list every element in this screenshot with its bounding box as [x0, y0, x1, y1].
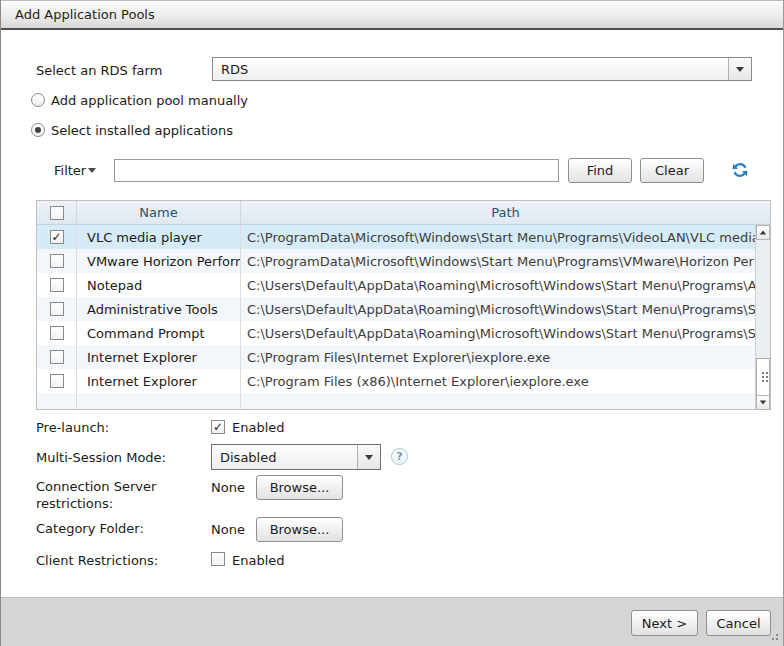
- applications-table: Name Path ✓ VLC media player C:\ProgramD…: [36, 200, 771, 410]
- dialog-footer: Next > Cancel: [1, 597, 784, 646]
- vertical-scrollbar[interactable]: [755, 225, 770, 410]
- find-button[interactable]: Find: [568, 158, 632, 183]
- app-path-cell: C:\Users\Default\AppData\Roaming\Microso…: [241, 273, 770, 297]
- connection-browse-button[interactable]: Browse...: [256, 475, 343, 500]
- chevron-down-icon[interactable]: [728, 58, 751, 80]
- rds-farm-label: Select an RDS farm: [36, 63, 162, 78]
- app-name-cell: Command Prompt: [77, 321, 241, 345]
- connection-restrictions-label: Connection Server restrictions:: [36, 478, 191, 512]
- radio-add-manually[interactable]: [31, 93, 45, 107]
- resize-grip-icon[interactable]: [770, 632, 778, 640]
- app-path-cell: C:\Program Files\Internet Explorer\iexpl…: [241, 345, 770, 369]
- client-restrictions-checkbox[interactable]: [211, 552, 225, 566]
- select-all-checkbox[interactable]: [50, 206, 64, 220]
- scroll-up-icon[interactable]: [756, 225, 770, 240]
- category-folder-value: None: [211, 522, 245, 537]
- radio-select-installed-label[interactable]: Select installed applications: [51, 123, 233, 138]
- chevron-down-icon[interactable]: [357, 445, 380, 469]
- multisession-selected-value: Disabled: [212, 445, 357, 469]
- row-checkbox[interactable]: ✓: [50, 230, 64, 244]
- table-row-empty: [37, 393, 770, 409]
- app-name-cell: Administrative Tools: [77, 297, 241, 321]
- prelaunch-checkbox[interactable]: ✓: [211, 420, 225, 434]
- help-icon[interactable]: ?: [391, 448, 408, 465]
- dialog-title: Add Application Pools: [1, 0, 784, 30]
- app-name-cell: VLC media player: [77, 225, 241, 249]
- rds-farm-selected-value: RDS: [213, 58, 728, 80]
- table-row[interactable]: Internet Explorer C:\Program Files\Inter…: [37, 345, 770, 369]
- app-name-cell: Notepad: [77, 273, 241, 297]
- table-row[interactable]: Administrative Tools C:\Users\Default\Ap…: [37, 297, 770, 321]
- category-folder-label: Category Folder:: [36, 521, 144, 536]
- app-name-cell: Internet Explorer: [77, 345, 241, 369]
- table-row[interactable]: VMware Horizon Perform C:\ProgramData\Mi…: [37, 249, 770, 273]
- table-row[interactable]: ✓ VLC media player C:\ProgramData\Micros…: [37, 225, 770, 249]
- column-header-path[interactable]: Path: [241, 201, 770, 224]
- app-path-cell: C:\Program Files (x86)\Internet Explorer…: [241, 369, 770, 393]
- radio-add-manually-label[interactable]: Add application pool manually: [51, 93, 248, 108]
- cancel-button[interactable]: Cancel: [706, 610, 771, 636]
- connection-restrictions-value: None: [211, 480, 245, 495]
- table-body: ✓ VLC media player C:\ProgramData\Micros…: [37, 225, 770, 409]
- row-checkbox[interactable]: [50, 254, 64, 268]
- refresh-icon[interactable]: [731, 161, 749, 179]
- client-restrictions-label: Client Restrictions:: [36, 553, 158, 568]
- row-checkbox[interactable]: [50, 302, 64, 316]
- multisession-dropdown[interactable]: Disabled: [211, 444, 381, 470]
- column-header-name[interactable]: Name: [77, 201, 241, 224]
- table-row[interactable]: Internet Explorer C:\Program Files (x86)…: [37, 369, 770, 393]
- table-row[interactable]: Command Prompt C:\Users\Default\AppData\…: [37, 321, 770, 345]
- scroll-down-icon[interactable]: [756, 395, 770, 410]
- app-path-cell: C:\Users\Default\AppData\Roaming\Microso…: [241, 297, 770, 321]
- next-button[interactable]: Next >: [631, 610, 698, 636]
- prelaunch-enabled-label: Enabled: [232, 420, 285, 435]
- prelaunch-label: Pre-launch:: [36, 420, 109, 435]
- client-enabled-label: Enabled: [232, 553, 285, 568]
- row-checkbox[interactable]: [50, 350, 64, 364]
- filter-label[interactable]: Filter: [54, 163, 86, 178]
- table-row[interactable]: Notepad C:\Users\Default\AppData\Roaming…: [37, 273, 770, 297]
- multisession-label: Multi-Session Mode:: [36, 450, 166, 465]
- filter-dropdown-icon[interactable]: [88, 168, 96, 173]
- add-application-pools-dialog: Add Application Pools Select an RDS farm…: [0, 0, 784, 646]
- row-checkbox[interactable]: [50, 278, 64, 292]
- app-name-cell: VMware Horizon Perform: [77, 249, 241, 273]
- category-browse-button[interactable]: Browse...: [256, 517, 343, 542]
- filter-input[interactable]: [114, 159, 559, 182]
- row-checkbox[interactable]: [50, 326, 64, 340]
- app-path-cell: C:\Users\Default\AppData\Roaming\Microso…: [241, 321, 770, 345]
- app-path-cell: C:\ProgramData\Microsoft\Windows\Start M…: [241, 249, 770, 273]
- scrollbar-thumb[interactable]: [756, 358, 770, 396]
- row-checkbox[interactable]: [50, 374, 64, 388]
- app-name-cell: Internet Explorer: [77, 369, 241, 393]
- radio-select-installed[interactable]: [31, 123, 45, 137]
- app-path-cell: C:\ProgramData\Microsoft\Windows\Start M…: [241, 225, 770, 249]
- clear-button[interactable]: Clear: [640, 158, 704, 183]
- table-header: Name Path: [37, 201, 770, 225]
- rds-farm-dropdown[interactable]: RDS: [212, 57, 752, 81]
